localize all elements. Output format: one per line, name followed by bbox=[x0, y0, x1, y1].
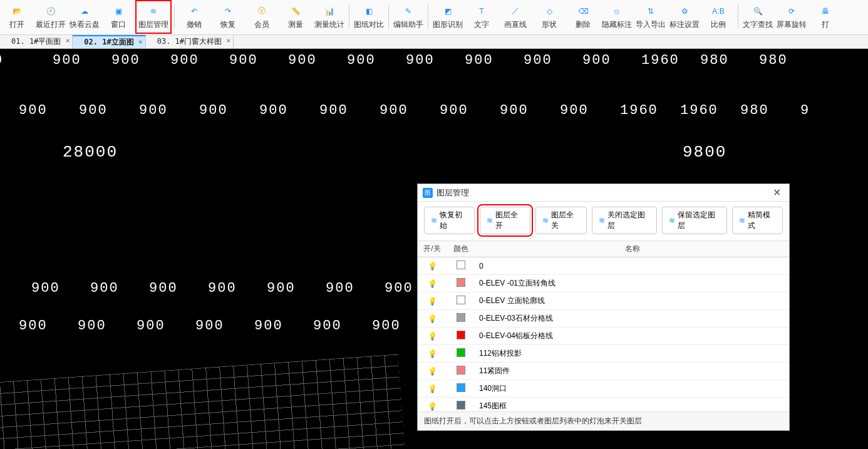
toolbar-import-export-button[interactable]: ⇅导入导出 bbox=[634, 0, 668, 34]
toolbar-separator bbox=[388, 5, 389, 29]
layer-name: 140洞口 bbox=[475, 380, 789, 398]
toolbar-window-button[interactable]: ▣窗口 bbox=[101, 0, 135, 34]
toolbar-label: 快看云盘 bbox=[70, 19, 100, 30]
toolbar-layer-manager-button[interactable]: ≋图层管理 bbox=[135, 0, 172, 34]
layer-row[interactable]: 💡140洞口 bbox=[418, 380, 789, 398]
dimension-value: 900 bbox=[149, 281, 178, 296]
dialog-titlebar[interactable]: 图 图层管理 ✕ bbox=[418, 184, 789, 202]
toolbar-redo-button[interactable]: ↷恢复 bbox=[211, 0, 245, 34]
toolbar-label: 测量 bbox=[288, 19, 303, 30]
layer-color-swatch[interactable] bbox=[447, 380, 475, 398]
toolbar-text-search-button[interactable]: 🔍文字查找 bbox=[741, 0, 775, 34]
layer-keep-sel-button[interactable]: ≋保留选定图层 bbox=[662, 207, 727, 234]
layers-icon: ≋ bbox=[669, 216, 675, 225]
layer-color-swatch[interactable] bbox=[447, 363, 475, 380]
toolbar-text-button[interactable]: T文字 bbox=[465, 0, 499, 34]
layer-all-off-button[interactable]: ≋图层全关 bbox=[535, 207, 586, 234]
toolbar-print-button[interactable]: 🖶打 bbox=[809, 0, 842, 34]
compare-icon: ◧ bbox=[362, 4, 376, 18]
layer-row[interactable]: 💡0-ELEV-04铝板分格线 bbox=[418, 328, 789, 345]
layer-toggle-bulb[interactable]: 💡 bbox=[418, 380, 447, 398]
layers-icon: ≋ bbox=[542, 216, 549, 225]
layer-toggle-bulb[interactable]: 💡 bbox=[418, 275, 447, 292]
layer-toggle-bulb[interactable]: 💡 bbox=[418, 310, 447, 328]
toolbar-undo-button[interactable]: ↶撤销 bbox=[177, 0, 211, 34]
button-label: 恢复初始 bbox=[440, 210, 468, 231]
toolbar-hide-note-button[interactable]: ⦸隐藏标注 bbox=[600, 0, 634, 34]
toolbar-delete-button[interactable]: ⌫删除 bbox=[566, 0, 600, 34]
layer-row[interactable]: 💡11紧固件 bbox=[418, 363, 789, 380]
delete-icon: ⌫ bbox=[576, 4, 590, 18]
layer-color-swatch[interactable] bbox=[447, 328, 475, 345]
toolbar-note-settings-button[interactable]: ⚙标注设置 bbox=[668, 0, 701, 34]
layer-toggle-bulb[interactable]: 💡 bbox=[418, 292, 447, 310]
layer-toggle-bulb[interactable]: 💡 bbox=[418, 363, 447, 380]
layer-row[interactable]: 💡0-ELEV-03石材分格线 bbox=[418, 310, 789, 328]
toolbar-shape-button[interactable]: ◇形状 bbox=[532, 0, 566, 34]
layer-color-swatch[interactable] bbox=[447, 275, 475, 292]
button-label: 图层全开 bbox=[495, 210, 524, 231]
scale-icon: A:B bbox=[711, 4, 725, 18]
toolbar-measure-button[interactable]: 📏测量 bbox=[279, 0, 313, 34]
document-tab[interactable]: 02. 1#立面图✕ bbox=[73, 35, 145, 48]
document-tab[interactable]: 01. 1#平面图✕ bbox=[0, 35, 73, 48]
dimension-value: 900 bbox=[53, 53, 81, 68]
toolbar-line-button[interactable]: ／画直线 bbox=[499, 0, 532, 34]
layer-row[interactable]: 💡0-ELEV -01立面转角线 bbox=[418, 275, 789, 292]
dimension-value: 900 bbox=[254, 318, 283, 334]
layer-row[interactable]: 💡0 bbox=[418, 257, 789, 275]
layer-name: 145图框 bbox=[475, 398, 789, 413]
dimension-value: 900 bbox=[500, 103, 529, 118]
tab-close-icon[interactable]: ✕ bbox=[138, 38, 143, 46]
layer-name: 112铝材投影 bbox=[475, 345, 789, 363]
tab-close-icon[interactable]: ✕ bbox=[226, 36, 230, 44]
layer-row[interactable]: 💡112铝材投影 bbox=[418, 345, 789, 363]
toolbar-label: 形状 bbox=[542, 19, 557, 30]
layer-close-sel-button[interactable]: ≋关闭选定图层 bbox=[592, 207, 657, 234]
layer-color-swatch[interactable] bbox=[447, 345, 475, 363]
toolbar-measure-stats-button[interactable]: 📊测量统计 bbox=[313, 0, 346, 34]
dimension-value: 900 bbox=[560, 103, 589, 118]
rotate-screen-icon: ⟳ bbox=[785, 4, 798, 18]
layer-toggle-bulb[interactable]: 💡 bbox=[418, 398, 447, 413]
layer-toggle-bulb[interactable]: 💡 bbox=[418, 345, 447, 363]
toolbar-compare-button[interactable]: ◧图纸对比 bbox=[352, 0, 386, 34]
text-search-icon: 🔍 bbox=[751, 4, 765, 18]
layer-color-swatch[interactable] bbox=[447, 292, 475, 310]
layer-row[interactable]: 💡145图框 bbox=[418, 398, 789, 413]
toolbar-label: 打开 bbox=[9, 19, 24, 30]
toolbar-label: 图纸对比 bbox=[354, 19, 384, 30]
dialog-close-button[interactable]: ✕ bbox=[769, 187, 784, 199]
toolbar-vip-button[interactable]: Ⓥ会员 bbox=[245, 0, 279, 34]
dimension-value: 980 bbox=[740, 103, 769, 118]
dimension-value: 1960 bbox=[680, 103, 718, 118]
toolbar-label: 图层管理 bbox=[138, 19, 168, 30]
col-color: 颜色 bbox=[447, 241, 475, 257]
toolbar-separator bbox=[349, 5, 349, 29]
toolbar-edit-assist-button[interactable]: ✎编辑助手 bbox=[391, 0, 425, 34]
toolbar-open-button[interactable]: 📂打开 bbox=[0, 0, 34, 34]
layer-restore-button[interactable]: ≋恢复初始 bbox=[424, 207, 475, 234]
layer-all-on-button[interactable]: ≋图层全开 bbox=[480, 207, 530, 234]
dimension-value: 900 bbox=[326, 281, 354, 296]
toolbar-shape-rec-button[interactable]: ◩图形识别 bbox=[431, 0, 465, 34]
layer-color-swatch[interactable] bbox=[447, 310, 475, 328]
toolbar-label: 画直线 bbox=[504, 19, 527, 30]
dimension-value: 900 bbox=[582, 53, 611, 68]
document-tab[interactable]: 03. 1#门窗大样图✕ bbox=[146, 35, 234, 48]
tab-close-icon[interactable]: ✕ bbox=[66, 36, 70, 44]
cloud-icon: ☁ bbox=[78, 4, 91, 18]
layer-toggle-bulb[interactable]: 💡 bbox=[418, 257, 447, 275]
layer-compact-button[interactable]: ≋精简模式 bbox=[732, 207, 783, 234]
toolbar-scale-button[interactable]: A:B比例 bbox=[701, 0, 735, 34]
toolbar-recent-button[interactable]: 🕘最近打开 bbox=[34, 0, 68, 34]
toolbar-label: 测量统计 bbox=[314, 19, 344, 30]
toolbar-rotate-screen-button[interactable]: ⟳屏幕旋转 bbox=[775, 0, 809, 34]
layer-toggle-bulb[interactable]: 💡 bbox=[418, 328, 447, 345]
toolbar-cloud-button[interactable]: ☁快看云盘 bbox=[68, 0, 101, 34]
layer-color-swatch[interactable] bbox=[447, 398, 475, 413]
layer-table: 开/关 颜色 名称 💡0💡0-ELEV -01立面转角线💡0-ELEV 立面轮廓… bbox=[418, 241, 789, 412]
tab-label: 01. 1#平面图 bbox=[11, 36, 61, 47]
layer-row[interactable]: 💡0-ELEV 立面轮廓线 bbox=[418, 292, 789, 310]
layer-color-swatch[interactable] bbox=[447, 257, 475, 275]
